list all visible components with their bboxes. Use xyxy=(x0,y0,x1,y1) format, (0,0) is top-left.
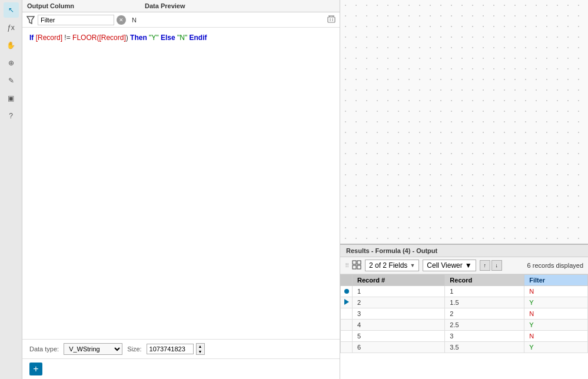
table-row: 21.5Y xyxy=(341,297,588,308)
left-toolbar: ↖ ƒx ✋ ⊕ ✎ ▣ ? xyxy=(0,0,22,379)
container-icon[interactable]: ▣ xyxy=(4,91,19,106)
row-marker-cell xyxy=(341,308,353,320)
fields-dropdown[interactable]: 2 of 2 Fields ▼ xyxy=(365,260,419,271)
results-table: Record # Record Filter 11N21.5Y32N42.5Y5… xyxy=(340,274,588,353)
results-toolbar: ⠿ 2 of 2 Fields ▼ Cell Viewer ▼ xyxy=(340,257,588,274)
data-table: Record # Record Filter 11N21.5Y32N42.5Y5… xyxy=(340,274,588,379)
add-row-area: + xyxy=(22,359,340,379)
row-num: 1 xyxy=(353,286,445,297)
formula-expression[interactable]: If [Record] != FLOOR([Record]) Then "Y" … xyxy=(22,28,340,340)
field-ref-record: [Record] xyxy=(36,34,62,42)
row-filter: Y xyxy=(524,320,588,331)
add-row-button[interactable]: + xyxy=(29,363,42,375)
cell-viewer-dropdown[interactable]: Cell Viewer ▼ xyxy=(423,260,476,271)
op-neq: != xyxy=(62,34,72,42)
row-marker-cell xyxy=(341,297,353,308)
cell-viewer-arrow: ▼ xyxy=(465,261,472,270)
kw-else: Else xyxy=(159,34,177,42)
svg-marker-0 xyxy=(27,16,34,24)
row-num: 4 xyxy=(353,320,445,331)
row-record: 2.5 xyxy=(445,320,524,331)
sort-desc-button[interactable]: ↓ xyxy=(491,260,502,271)
clear-button[interactable]: ✕ xyxy=(117,15,126,25)
row-marker-cell xyxy=(341,286,353,297)
pointer-icon[interactable]: ↖ xyxy=(4,2,19,18)
filter-row: ✕ N xyxy=(22,12,340,28)
row-record: 2 xyxy=(445,308,524,320)
cell-viewer-label: Cell Viewer xyxy=(427,261,462,270)
row-filter: Y xyxy=(524,297,588,308)
func-floor: FLOOR( xyxy=(72,34,99,42)
row-marker-cell xyxy=(341,331,353,342)
dot-marker xyxy=(344,289,349,294)
datatype-label: Data type: xyxy=(29,345,59,353)
svg-rect-1 xyxy=(328,17,335,22)
field-name-input[interactable] xyxy=(38,15,114,25)
row-record: 3 xyxy=(445,331,524,342)
delete-row-button[interactable] xyxy=(327,14,336,25)
svg-rect-8 xyxy=(357,261,361,264)
row-filter: N xyxy=(524,308,588,320)
results-panel: Results - Formula (4) - Output ⠿ 2 of 2 … xyxy=(340,244,588,379)
hand-icon[interactable]: ✋ xyxy=(4,38,19,53)
svg-rect-9 xyxy=(353,265,356,269)
table-row: 63.5Y xyxy=(341,342,588,353)
row-filter: N xyxy=(524,286,588,297)
data-preview-header: Data Preview xyxy=(145,2,335,9)
row-num: 5 xyxy=(353,331,445,342)
main-container: Output Column Data Preview ✕ N xyxy=(22,0,588,379)
datatype-select[interactable]: V_WString xyxy=(64,343,122,355)
row-record: 1.5 xyxy=(445,297,524,308)
svg-rect-7 xyxy=(353,261,356,264)
help-icon[interactable]: ? xyxy=(4,108,19,124)
row-filter: Y xyxy=(524,342,588,353)
table-row: 42.5Y xyxy=(341,320,588,331)
records-count: 6 records displayed xyxy=(527,262,583,269)
size-up-button[interactable]: ▲ xyxy=(197,344,204,349)
table-body: 11N21.5Y32N42.5Y53N63.5Y xyxy=(341,286,588,353)
column-headers: Output Column Data Preview xyxy=(22,0,340,12)
row-marker-cell xyxy=(341,342,353,353)
row-num: 3 xyxy=(353,308,445,320)
sort-asc-button[interactable]: ↑ xyxy=(480,260,490,271)
fields-count-label: 2 of 2 Fields xyxy=(369,261,407,270)
size-spinner[interactable]: ▲ ▼ xyxy=(196,343,205,355)
str-y: "Y" xyxy=(149,34,159,42)
th-icon xyxy=(341,275,353,286)
row-filter: N xyxy=(524,331,588,342)
left-panel: Output Column Data Preview ✕ N xyxy=(22,0,340,379)
preview-value: N xyxy=(128,15,140,25)
drag-handle: ⠿ xyxy=(345,262,348,269)
grid-icon[interactable] xyxy=(352,260,361,271)
th-record-num: Record # xyxy=(353,275,445,286)
row-num: 6 xyxy=(353,342,445,353)
right-panel: 📖 6 54b 🧪 Filter = If [Record] != FLOOR(… xyxy=(340,0,588,379)
row-num: 2 xyxy=(353,297,445,308)
str-n: "N" xyxy=(177,34,187,42)
th-record: Record xyxy=(445,275,524,286)
fields-dropdown-arrow: ▼ xyxy=(410,262,415,268)
size-down-button[interactable]: ▼ xyxy=(197,349,204,354)
row-record: 1 xyxy=(445,286,524,297)
output-column-header: Output Column xyxy=(27,2,145,9)
sort-buttons: ↑ ↓ xyxy=(480,260,502,271)
table-row: 53N xyxy=(341,331,588,342)
kw-endif: Endif xyxy=(187,34,207,42)
table-row: 11N xyxy=(341,286,588,297)
svg-rect-10 xyxy=(357,265,361,269)
field-ref-record2: [Record] xyxy=(99,34,125,42)
canvas-area[interactable]: 📖 6 54b 🧪 Filter = If [Record] != FLOOR(… xyxy=(340,0,588,244)
table-row: 32N xyxy=(341,308,588,320)
formula-fx-icon[interactable]: ƒx xyxy=(4,20,19,35)
row-record: 3.5 xyxy=(445,342,524,353)
row-marker-cell xyxy=(341,320,353,331)
th-filter: Filter xyxy=(524,275,588,286)
size-input[interactable] xyxy=(147,344,194,354)
kw-if: If xyxy=(29,34,36,42)
filter-row-icon xyxy=(26,15,35,25)
size-label: Size: xyxy=(127,345,141,353)
zoom-icon[interactable]: ⊕ xyxy=(4,55,19,71)
play-marker xyxy=(344,299,349,305)
kw-then: Then xyxy=(128,34,149,42)
pencil-icon[interactable]: ✎ xyxy=(4,73,19,88)
